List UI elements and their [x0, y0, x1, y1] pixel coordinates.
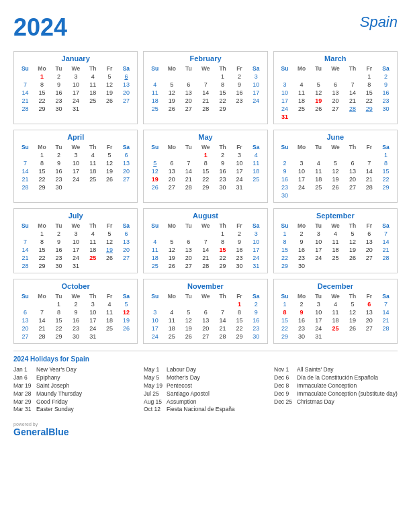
calendar-day	[118, 262, 134, 270]
calendar-day: 8	[377, 159, 394, 167]
calendar-day: 4	[310, 159, 327, 167]
day-header: Th	[85, 292, 101, 300]
holiday-name: Pentecost	[167, 382, 267, 390]
day-header: Mo	[293, 64, 310, 73]
calendar-day: 22	[34, 97, 50, 105]
calendar-day: 7	[197, 81, 214, 89]
calendar-day: 12	[163, 89, 180, 97]
day-header: Th	[214, 64, 231, 73]
calendar-day	[34, 300, 50, 308]
calendar-day: 26	[310, 105, 327, 113]
calendar-day	[345, 151, 361, 159]
calendar-table: SuMoTuWeThFrSa12345678910111213141516171…	[146, 143, 264, 191]
day-header: Su	[146, 143, 163, 151]
month-block-july: JulySuMoTuWeThFrSa1234567891011121314151…	[13, 208, 138, 273]
calendar-day: 5	[163, 81, 180, 89]
calendar-day: 26	[345, 254, 361, 262]
calendar-day: 19	[146, 175, 163, 183]
holiday-date: Jul 25	[144, 390, 167, 398]
calendar-day: 14	[345, 89, 361, 97]
holiday-date: Mar 31	[13, 406, 36, 414]
calendar-day: 11	[146, 246, 163, 254]
calendar-day: 17	[67, 167, 85, 175]
holiday-date: Jan 6	[13, 374, 36, 382]
day-header: Sa	[248, 222, 265, 230]
calendar-day: 24	[277, 105, 293, 113]
calendar-day: 28	[377, 254, 394, 262]
holiday-name: Good Friday	[36, 398, 137, 406]
calendar-day: 15	[277, 316, 293, 324]
day-header: Fr	[101, 292, 118, 300]
calendar-day: 24	[310, 254, 327, 262]
calendar-day: 18	[327, 246, 345, 254]
calendar-day: 25	[327, 254, 345, 262]
calendar-day: 29	[361, 105, 377, 113]
calendar-day: 7	[17, 238, 34, 246]
calendar-table: SuMoTuWeThFrSa12345678910111213141516171…	[17, 292, 134, 341]
day-header: Fr	[101, 64, 118, 73]
calendar-day: 1	[377, 151, 394, 159]
calendar-day: 6	[327, 81, 345, 89]
calendar-day: 28	[17, 105, 34, 113]
day-header: Mo	[163, 64, 180, 73]
calendar-day: 19	[101, 167, 118, 175]
calendar-day: 13	[17, 316, 34, 324]
calendar-day: 17	[248, 246, 265, 254]
calendar-day: 25	[248, 175, 265, 183]
footer: powered by GeneralBlue	[13, 422, 398, 437]
calendar-day: 10	[67, 238, 85, 246]
calendar-day: 28	[345, 105, 361, 113]
calendar-day: 29	[377, 183, 394, 191]
calendar-table: SuMoTuWeThFrSa12345678910111213141516171…	[146, 292, 264, 341]
calendar-day	[310, 73, 327, 81]
calendar-day	[293, 151, 310, 159]
calendar-day	[293, 191, 310, 200]
calendar-day: 21	[17, 97, 34, 105]
calendar-day: 21	[34, 324, 50, 332]
calendar-day	[327, 332, 345, 341]
calendar-day: 24	[293, 183, 310, 191]
calendar-day: 22	[377, 175, 394, 183]
calendar-day: 4	[163, 308, 180, 316]
year-label: 2024	[13, 13, 67, 42]
calendar-day: 3	[67, 151, 85, 159]
day-header: Fr	[231, 222, 248, 230]
day-header: Tu	[50, 143, 67, 151]
day-header: Mo	[293, 143, 310, 151]
holiday-column: Jan 1New Year's DayJan 6EpiphanyMar 19Sa…	[13, 366, 137, 414]
day-header: Fr	[361, 222, 377, 230]
calendar-day: 2	[50, 151, 67, 159]
calendar-day: 18	[248, 167, 265, 175]
calendar-day: 11	[146, 89, 163, 97]
calendar-day: 30	[293, 262, 310, 270]
calendar-day	[118, 332, 134, 341]
day-header: We	[67, 64, 85, 73]
calendar-day: 8	[50, 308, 67, 316]
calendar-day: 8	[214, 81, 231, 89]
calendar-day: 12	[163, 246, 180, 254]
calendar-table: SuMoTuWeThFrSa12345678910111213141516171…	[277, 222, 394, 270]
calendar-day: 29	[277, 262, 293, 270]
calendar-day: 16	[293, 246, 310, 254]
calendar-day: 20	[163, 175, 180, 183]
calendar-day: 17	[231, 167, 248, 175]
calendar-day: 18	[310, 175, 327, 183]
month-block-may: MaySuMoTuWeThFrSa12345678910111213141516…	[143, 130, 267, 203]
calendar-day: 14	[377, 238, 394, 246]
calendar-day	[197, 300, 214, 308]
month-block-january: JanuarySuMoTuWeThFrSa1234567891011121314…	[13, 51, 138, 124]
day-header: We	[197, 222, 214, 230]
calendar-day: 15	[377, 167, 394, 175]
calendar-day: 27	[327, 105, 345, 113]
day-header: Mo	[34, 222, 50, 230]
calendar-day: 23	[214, 175, 231, 183]
calendar-day	[293, 73, 310, 81]
calendar-day	[327, 113, 345, 121]
day-header: We	[327, 292, 345, 300]
calendar-day: 28	[377, 324, 394, 332]
calendar-day: 10	[248, 81, 265, 89]
calendar-day: 29	[214, 262, 231, 270]
calendar-day: 7	[180, 159, 197, 167]
day-header: Th	[85, 222, 101, 230]
calendar-day	[361, 113, 377, 121]
